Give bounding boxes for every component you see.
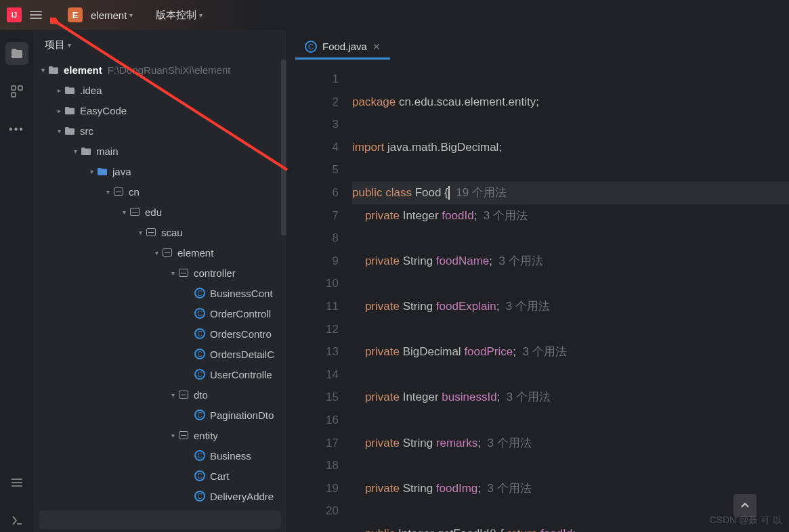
editor-tab-food[interactable]: C Food.java ✕ [295, 35, 390, 60]
chevron-down-icon: ▾ [129, 12, 133, 19]
package-icon [179, 269, 188, 277]
package-icon [163, 248, 172, 257]
more-icon: ••• [9, 123, 24, 135]
class-icon: C [194, 308, 205, 319]
tree-folder-main[interactable]: ▾main [34, 141, 286, 161]
vcs-dropdown[interactable]: 版本控制 ▾ [156, 9, 202, 22]
structure-tool-button[interactable] [5, 80, 28, 103]
project-tree[interactable]: ▾ element F:\DongRuanShiXi\element ▸.ide… [34, 60, 286, 510]
sidebar-title: 项目 [45, 39, 65, 51]
class-icon: C [305, 41, 317, 53]
svg-rect-1 [18, 86, 22, 90]
project-name: element [91, 9, 127, 21]
tree-class[interactable]: COrdersDetailC [34, 344, 286, 364]
class-icon: C [194, 349, 205, 359]
tree-folder-src[interactable]: ▾src [34, 120, 286, 141]
sidebar-header[interactable]: 项目 ▾ [34, 30, 286, 60]
package-icon [179, 431, 188, 439]
terminal-tool-button[interactable] [5, 509, 28, 532]
chevron-down-icon: ▾ [68, 41, 71, 49]
chevron-up-icon [740, 501, 750, 510]
left-toolstrip: ••• [0, 30, 34, 532]
editor-area: C Food.java ✕ 12345678910111213141516171… [287, 30, 789, 532]
class-icon: C [194, 288, 205, 298]
tree-class[interactable]: CFood [34, 506, 286, 510]
tree-class[interactable]: CPaginationDto [34, 405, 286, 425]
class-icon: C [194, 369, 205, 380]
tree-scrollbar[interactable] [281, 60, 286, 236]
class-icon: C [194, 491, 205, 502]
sidebar-bottom-panel [39, 510, 281, 529]
class-icon: C [194, 409, 205, 420]
main-area: ••• 项目 ▾ ▾ element F:\DongRuanShiXi\elem… [0, 30, 789, 532]
more-tool-button[interactable]: ••• [5, 118, 28, 141]
package-icon [114, 187, 123, 196]
terminal-icon [11, 515, 23, 526]
tree-class[interactable]: CBusiness [34, 445, 286, 466]
main-menu-button[interactable] [30, 11, 42, 19]
tree-class[interactable]: COrdersContro [34, 324, 286, 344]
line-gutter: 1234567891011121314151617181920 [287, 60, 352, 532]
folder-icon [11, 48, 23, 59]
tree-pkg-scau[interactable]: ▾scau [34, 222, 286, 242]
chevron-down-icon: ▾ [199, 12, 202, 19]
ide-logo-icon [7, 7, 22, 22]
scroll-top-button[interactable] [733, 494, 756, 517]
editor-tabs: C Food.java ✕ [287, 30, 789, 60]
tree-pkg-cn[interactable]: ▾cn [34, 181, 286, 202]
project-badge: E [68, 7, 83, 22]
tree-folder-java[interactable]: ▾java [34, 161, 286, 181]
svg-rect-0 [12, 86, 16, 90]
close-tab-icon[interactable]: ✕ [372, 41, 381, 52]
titlebar: E element ▾ 版本控制 ▾ [0, 0, 789, 30]
tree-class[interactable]: CBusinessCont [34, 283, 286, 303]
code-area[interactable]: package cn.edu.scau.element.entity; impo… [352, 60, 789, 532]
class-icon: C [194, 450, 205, 461]
todo-tool-button[interactable] [5, 471, 28, 494]
package-icon [130, 208, 140, 216]
list-icon [11, 478, 23, 487]
package-icon [179, 391, 188, 399]
structure-icon [11, 85, 23, 97]
svg-rect-2 [12, 93, 16, 97]
tree-class[interactable]: CDeliveryAddre [34, 486, 286, 506]
project-tool-button[interactable] [5, 42, 28, 65]
project-dropdown[interactable]: element ▾ [91, 9, 133, 21]
tree-folder-easycode[interactable]: ▸EasyCode [34, 100, 286, 120]
vcs-label: 版本控制 [156, 9, 196, 22]
tree-class[interactable]: CUserControlle [34, 364, 286, 384]
watermark: CSDN @聂 可 以 [709, 514, 782, 527]
tree-folder-idea[interactable]: ▸.idea [34, 80, 286, 100]
tree-pkg-dto[interactable]: ▾dto [34, 384, 286, 405]
tab-label: Food.java [322, 41, 367, 52]
tree-class[interactable]: CCart [34, 466, 286, 486]
project-sidebar: 项目 ▾ ▾ element F:\DongRuanShiXi\element … [34, 30, 287, 532]
class-icon: C [194, 328, 205, 339]
tree-root[interactable]: ▾ element F:\DongRuanShiXi\element [34, 60, 286, 80]
tree-class[interactable]: COrderControll [34, 303, 286, 324]
tree-pkg-controller[interactable]: ▾controller [34, 263, 286, 283]
package-icon [146, 228, 156, 236]
tree-pkg-edu[interactable]: ▾edu [34, 202, 286, 222]
tree-pkg-entity[interactable]: ▾entity [34, 425, 286, 445]
class-icon: C [194, 470, 205, 481]
tree-pkg-element[interactable]: ▾element [34, 242, 286, 263]
